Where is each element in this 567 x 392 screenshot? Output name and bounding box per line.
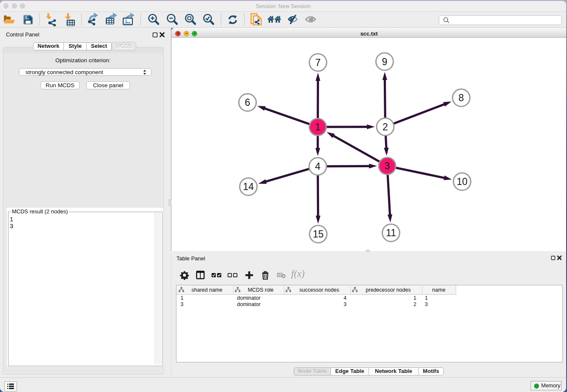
svg-text:4: 4 xyxy=(315,161,321,172)
svg-text:14: 14 xyxy=(243,181,254,192)
svg-text:10: 10 xyxy=(457,176,468,187)
svg-text:8: 8 xyxy=(459,92,464,103)
svg-text:15: 15 xyxy=(313,229,324,240)
svg-text:7: 7 xyxy=(315,57,321,68)
svg-text:9: 9 xyxy=(382,56,388,67)
svg-text:3: 3 xyxy=(385,160,390,171)
svg-text:1: 1 xyxy=(315,121,321,133)
svg-text:11: 11 xyxy=(386,227,396,238)
svg-text:2: 2 xyxy=(383,121,388,133)
svg-text:6: 6 xyxy=(245,97,250,108)
